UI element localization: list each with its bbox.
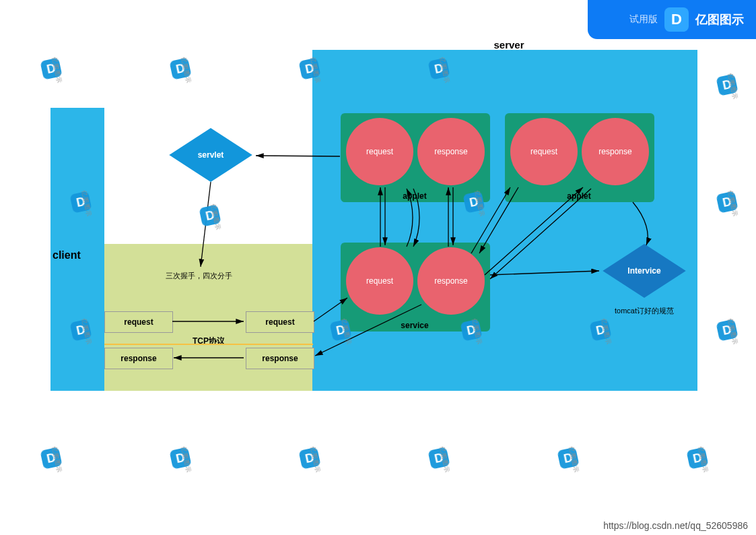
client-title: client (53, 249, 81, 261)
service-response-label: response (417, 247, 485, 315)
tcp-divider (104, 344, 313, 345)
client-request-left-label: request (124, 317, 153, 327)
client-response-left: response (104, 348, 173, 369)
intervice-diamond: Intervice (600, 244, 688, 298)
server-response-out-label: response (262, 354, 298, 363)
watermark-icon: 亿图图示 (194, 199, 226, 231)
watermark-icon: 亿图图示 (458, 186, 489, 218)
applet2-request-label: request (510, 118, 578, 185)
watermark-icon: 亿图图示 (711, 69, 743, 100)
client-request-left: request (104, 311, 173, 333)
intervice-caption: tomcat订好的规范 (614, 306, 675, 316)
watermark-icon: 亿图图示 (164, 53, 196, 84)
servlet-diamond: servlet (167, 128, 254, 182)
watermark-icon: 亿图图示 (65, 314, 96, 346)
watermark-icon: 亿图图示 (294, 53, 325, 84)
brand-logo-icon (664, 7, 689, 32)
watermark-icon: 亿图图示 (324, 314, 356, 346)
servlet-label: servlet (167, 128, 254, 182)
applet1-response-label: response (417, 118, 485, 185)
watermark-icon: 亿图图示 (65, 186, 96, 218)
intervice-label: Intervice (600, 244, 688, 298)
footer-url: https://blog.csdn.net/qq_52605986 (603, 520, 748, 531)
watermark-icon: 亿图图示 (552, 442, 584, 474)
server-response-out: response (246, 348, 314, 369)
watermark-icon: 亿图图示 (584, 314, 616, 346)
applet1-request-label: request (346, 118, 413, 185)
service-label: service (394, 321, 435, 330)
diagram-canvas: client 三次握手，四次分手 request request respons… (0, 0, 756, 535)
applet1-label: applet (394, 191, 435, 201)
watermark-icon: 亿图图示 (711, 186, 743, 218)
applet2-label: applet (559, 191, 599, 201)
server-request-in-label: request (265, 317, 294, 327)
server-block (312, 50, 697, 391)
trial-label: 试用版 (629, 13, 658, 26)
applet2-response-label: response (582, 118, 649, 185)
watermark-icon: 亿图图示 (711, 314, 743, 346)
service-request-label: request (346, 247, 413, 315)
server-title: server (482, 39, 536, 51)
watermark-icon: 亿图图示 (35, 442, 67, 474)
watermark-icon: 亿图图示 (455, 314, 487, 346)
brand-banner: 试用版 亿图图示 (588, 0, 756, 39)
client-response-left-label: response (121, 354, 156, 363)
brand-name: 亿图图示 (695, 11, 744, 28)
server-request-in: request (246, 311, 314, 333)
watermark-icon: 亿图图示 (681, 442, 713, 474)
watermark-icon: 亿图图示 (423, 442, 454, 474)
watermark-icon: 亿图图示 (294, 442, 325, 474)
watermark-icon: 亿图图示 (164, 442, 196, 474)
handshake-text: 三次握手，四次分手 (155, 271, 242, 281)
watermark-icon: 亿图图示 (35, 53, 67, 84)
tcp-protocol-label: TCP协议 (182, 336, 236, 347)
watermark-icon: 亿图图示 (423, 53, 454, 84)
